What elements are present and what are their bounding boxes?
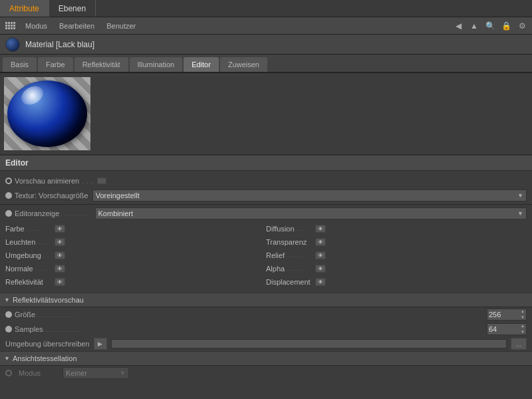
editoranzeige-row: Editoranzeige . . . . . . . . . Kombinie… — [0, 206, 532, 221]
subtab-basis[interactable]: Basis — [3, 57, 37, 72]
channel-relief-label: Relief ......... — [266, 251, 313, 259]
tab-attribute[interactable]: Attribute — [0, 0, 49, 17]
toolbar-bearbeiten[interactable]: Bearbeiten — [57, 21, 97, 31]
channel-displacement-eye[interactable]: 👁 — [315, 278, 326, 286]
samples-up-arrow[interactable]: ▲ — [521, 323, 525, 329]
subtab-farbe[interactable]: Farbe — [38, 57, 73, 72]
channel-diffusion-eye[interactable]: 👁 — [315, 225, 326, 233]
umgebung-row: Umgebung überschreiben ▶ ... — [0, 336, 532, 351]
channel-normale-eye[interactable]: 👁 — [55, 265, 65, 273]
channel-transparenz-label: Transparenz — [266, 238, 313, 246]
back-icon[interactable]: ◀ — [452, 20, 464, 32]
vorschau-row: Vorschau animieren . . . — [0, 174, 532, 188]
top-tab-bar: Attribute Ebenen — [0, 0, 532, 17]
channel-displacement-label: Displacement — [266, 278, 313, 286]
channel-diffusion: Diffusion ..... 👁 — [266, 222, 527, 235]
channel-diffusion-label: Diffusion ..... — [266, 225, 313, 233]
tab-ebenen[interactable]: Ebenen — [49, 0, 96, 17]
channels-grid: Farbe ......... 👁 Diffusion ..... 👁 Leuc… — [0, 221, 532, 290]
channel-farbe-eye[interactable]: 👁 — [55, 225, 65, 233]
channel-transparenz-eye[interactable]: 👁 — [315, 238, 326, 246]
samples-row: Samples ..................... 64 ▲ ▼ — [0, 322, 532, 336]
subtab-editor[interactable]: Editor — [184, 57, 219, 72]
groesse-up-arrow[interactable]: ▲ — [521, 309, 525, 315]
samples-input[interactable]: 64 ▲ ▼ — [487, 323, 527, 335]
umgebung-play-btn[interactable]: ▶ — [94, 338, 107, 350]
groesse-radio[interactable] — [5, 311, 12, 318]
up-icon[interactable]: ▲ — [468, 20, 480, 32]
channel-alpha-eye[interactable]: 👁 — [315, 265, 326, 273]
material-header: Material [Lack blau] — [0, 35, 532, 55]
umgebung-bar — [111, 339, 507, 348]
samples-radio[interactable] — [5, 326, 12, 332]
channel-farbe: Farbe ......... 👁 — [5, 222, 266, 235]
channel-relief-eye[interactable]: 👁 — [315, 251, 326, 259]
subtab-zuweisen[interactable]: Zuweisen — [220, 57, 267, 72]
umgebung-more-btn[interactable]: ... — [511, 338, 527, 350]
textur-row: Textur: Vorschaugröße Voreingestellt ▼ — [0, 188, 532, 203]
modus-label: Modus — [19, 369, 59, 377]
channel-reflektivitaet: Reflektivität 👁 — [5, 275, 266, 289]
umgebung-label: Umgebung überschreiben — [5, 340, 90, 348]
samples-label: Samples — [15, 325, 43, 333]
separator-1 — [0, 204, 532, 205]
preview-canvas — [4, 77, 90, 150]
grid-icon[interactable] — [4, 20, 16, 32]
groesse-label: Größe — [15, 311, 35, 319]
subtab-reflektivitaet[interactable]: Reflektivität — [74, 57, 128, 72]
dropdown-arrow-icon: ▼ — [517, 192, 523, 199]
groesse-input[interactable]: 256 ▲ ▼ — [487, 309, 527, 321]
sub-tab-bar: Basis Farbe Reflektivität Illumination E… — [0, 55, 532, 73]
channel-leuchten-eye[interactable]: 👁 — [55, 238, 65, 246]
editoranzeige-radio[interactable] — [5, 210, 12, 217]
channel-relief: Relief ......... 👁 — [266, 249, 527, 262]
refl-header[interactable]: ▼ Reflektivitätsvorschau — [0, 293, 532, 307]
preview-sphere — [7, 80, 87, 147]
channel-alpha: Alpha ......... 👁 — [266, 262, 527, 275]
channel-reflektivitaet-eye[interactable]: 👁 — [55, 278, 65, 286]
channel-leuchten: Leuchten ...... 👁 — [5, 235, 266, 249]
toolbar-right-icons: ◀ ▲ 🔍 🔒 ⚙ — [452, 20, 528, 32]
vorschau-checkbox[interactable] — [97, 178, 106, 184]
material-preview-ball — [5, 37, 20, 52]
samples-down-arrow[interactable]: ▼ — [521, 329, 525, 335]
search-icon[interactable]: 🔍 — [484, 20, 496, 32]
ansicht-header[interactable]: ▼ Ansichtstessellation — [0, 351, 532, 366]
toolbar-benutzer[interactable]: Benutzer — [104, 21, 138, 31]
groesse-down-arrow[interactable]: ▼ — [521, 315, 525, 321]
channel-umgebung-label: Umgebung ..... — [5, 251, 52, 259]
refl-title: Reflektivitätsvorschau — [13, 296, 84, 304]
vorschau-radio[interactable] — [5, 178, 12, 184]
channel-reflektivitaet-label: Reflektivität — [5, 278, 52, 286]
textur-dropdown[interactable]: Voreingestellt ▼ — [92, 190, 527, 201]
groesse-arrows[interactable]: ▲ ▼ — [521, 309, 525, 321]
channel-farbe-label: Farbe ......... — [5, 225, 52, 233]
channel-leuchten-label: Leuchten ...... — [5, 238, 52, 246]
editoranzeige-dropdown[interactable]: Kombiniert ▼ — [95, 207, 527, 219]
ansicht-section: Modus Keiner ▼ — [0, 366, 532, 380]
modus-radio[interactable] — [5, 370, 12, 376]
ansicht-title: Ansichtstessellation — [13, 354, 77, 362]
editor-section-header: Editor — [0, 155, 532, 171]
refl-section: Größe ..................... 256 ▲ ▼ Samp… — [0, 307, 532, 351]
preview-area — [0, 73, 532, 155]
editoranzeige-label: Editoranzeige — [15, 209, 59, 217]
toolbar: Modus Bearbeiten Benutzer ◀ ▲ 🔍 🔒 ⚙ — [0, 17, 532, 35]
editor-content: Vorschau animieren . . . Textur: Vorscha… — [0, 171, 532, 293]
modus-dropdown-arrow: ▼ — [120, 370, 126, 376]
editoranzeige-dropdown-arrow: ▼ — [517, 210, 523, 217]
channel-normale: Normale ....... 👁 — [5, 262, 266, 275]
vorschau-label: Vorschau animieren . . . — [15, 177, 94, 185]
channel-displacement: Displacement 👁 — [266, 275, 527, 289]
textur-radio[interactable] — [5, 192, 12, 199]
textur-label: Textur: Vorschaugröße — [15, 192, 88, 200]
samples-arrows[interactable]: ▲ ▼ — [521, 323, 525, 335]
lock-icon[interactable]: 🔒 — [500, 20, 512, 32]
channel-umgebung-eye[interactable]: 👁 — [55, 251, 65, 259]
settings-icon[interactable]: ⚙ — [516, 20, 528, 32]
channel-normale-label: Normale ....... — [5, 265, 52, 273]
refl-collapse-icon: ▼ — [4, 297, 10, 303]
modus-dropdown[interactable]: Keiner ▼ — [63, 367, 129, 379]
subtab-illumination[interactable]: Illumination — [130, 57, 183, 72]
toolbar-modus[interactable]: Modus — [23, 21, 50, 31]
